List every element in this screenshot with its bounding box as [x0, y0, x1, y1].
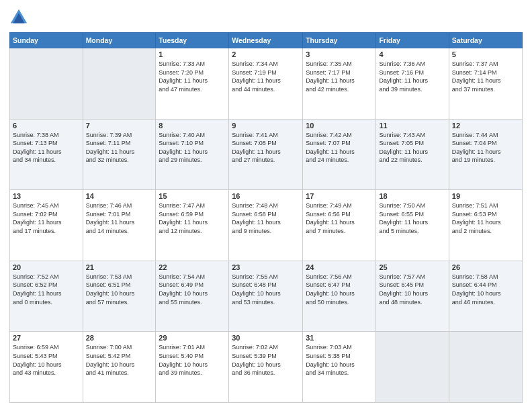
day-cell: 11Sunrise: 7:43 AM Sunset: 7:05 PM Dayli… [376, 119, 449, 190]
day-cell: 24Sunrise: 7:56 AM Sunset: 6:47 PM Dayli… [303, 261, 376, 332]
day-info: Sunrise: 7:54 AM Sunset: 6:49 PM Dayligh… [159, 273, 226, 306]
day-info: Sunrise: 7:44 AM Sunset: 7:04 PM Dayligh… [452, 131, 519, 165]
day-number: 16 [232, 192, 300, 200]
day-info: Sunrise: 7:03 AM Sunset: 5:38 PM Dayligh… [306, 343, 373, 377]
day-cell: 25Sunrise: 7:57 AM Sunset: 6:45 PM Dayli… [376, 261, 449, 332]
page: SundayMondayTuesdayWednesdayThursdayFrid… [0, 0, 532, 411]
day-cell: 15Sunrise: 7:47 AM Sunset: 6:59 PM Dayli… [156, 190, 229, 261]
day-cell: 27Sunrise: 6:59 AM Sunset: 5:43 PM Dayli… [10, 332, 83, 403]
day-cell [376, 332, 449, 403]
day-number: 29 [159, 334, 226, 342]
calendar-table: SundayMondayTuesdayWednesdayThursdayFrid… [9, 32, 523, 403]
day-cell: 13Sunrise: 7:45 AM Sunset: 7:02 PM Dayli… [10, 190, 83, 261]
day-cell: 7Sunrise: 7:39 AM Sunset: 7:11 PM Daylig… [83, 119, 156, 190]
day-info: Sunrise: 7:45 AM Sunset: 7:02 PM Dayligh… [13, 201, 80, 235]
day-number: 31 [306, 334, 373, 342]
day-info: Sunrise: 7:41 AM Sunset: 7:08 PM Dayligh… [232, 131, 300, 165]
day-number: 1 [159, 50, 226, 58]
day-cell [10, 48, 83, 120]
day-info: Sunrise: 7:51 AM Sunset: 6:53 PM Dayligh… [452, 201, 519, 235]
header-cell-sunday: Sunday [10, 33, 83, 48]
day-info: Sunrise: 7:33 AM Sunset: 7:20 PM Dayligh… [159, 60, 226, 93]
day-number: 10 [306, 122, 373, 130]
day-info: Sunrise: 6:59 AM Sunset: 5:43 PM Dayligh… [13, 343, 80, 377]
day-info: Sunrise: 7:47 AM Sunset: 6:59 PM Dayligh… [159, 201, 226, 235]
day-info: Sunrise: 7:36 AM Sunset: 7:16 PM Dayligh… [379, 60, 445, 93]
logo-icon [9, 8, 28, 27]
day-cell: 1Sunrise: 7:33 AM Sunset: 7:20 PM Daylig… [156, 48, 229, 120]
day-number: 23 [232, 263, 300, 271]
week-row-5: 27Sunrise: 6:59 AM Sunset: 5:43 PM Dayli… [10, 332, 523, 403]
day-info: Sunrise: 7:42 AM Sunset: 7:07 PM Dayligh… [306, 131, 373, 165]
day-number: 14 [86, 192, 153, 200]
calendar-body: 1Sunrise: 7:33 AM Sunset: 7:20 PM Daylig… [10, 48, 523, 403]
day-number: 19 [452, 192, 519, 200]
header-cell-thursday: Thursday [303, 33, 376, 48]
day-number: 4 [379, 50, 445, 58]
header-cell-wednesday: Wednesday [229, 33, 303, 48]
day-number: 2 [232, 50, 300, 58]
calendar-header: SundayMondayTuesdayWednesdayThursdayFrid… [10, 33, 523, 48]
day-cell: 4Sunrise: 7:36 AM Sunset: 7:16 PM Daylig… [376, 48, 449, 120]
day-info: Sunrise: 7:49 AM Sunset: 6:56 PM Dayligh… [306, 201, 373, 235]
header-cell-saturday: Saturday [449, 33, 522, 48]
day-number: 9 [232, 122, 300, 130]
day-number: 8 [159, 122, 226, 130]
day-cell: 19Sunrise: 7:51 AM Sunset: 6:53 PM Dayli… [449, 190, 522, 261]
day-number: 6 [13, 122, 80, 130]
day-info: Sunrise: 7:39 AM Sunset: 7:11 PM Dayligh… [86, 131, 153, 165]
day-cell: 16Sunrise: 7:48 AM Sunset: 6:58 PM Dayli… [229, 190, 303, 261]
day-cell [83, 48, 156, 120]
day-cell: 18Sunrise: 7:50 AM Sunset: 6:55 PM Dayli… [376, 190, 449, 261]
day-cell: 6Sunrise: 7:38 AM Sunset: 7:13 PM Daylig… [10, 119, 83, 190]
day-cell: 8Sunrise: 7:40 AM Sunset: 7:10 PM Daylig… [156, 119, 229, 190]
day-cell: 31Sunrise: 7:03 AM Sunset: 5:38 PM Dayli… [303, 332, 376, 403]
day-cell: 21Sunrise: 7:53 AM Sunset: 6:51 PM Dayli… [83, 261, 156, 332]
day-info: Sunrise: 7:56 AM Sunset: 6:47 PM Dayligh… [306, 273, 373, 306]
week-row-1: 1Sunrise: 7:33 AM Sunset: 7:20 PM Daylig… [10, 48, 523, 120]
day-info: Sunrise: 7:37 AM Sunset: 7:14 PM Dayligh… [452, 60, 519, 93]
day-number: 12 [452, 122, 519, 130]
day-cell: 14Sunrise: 7:46 AM Sunset: 7:01 PM Dayli… [83, 190, 156, 261]
day-cell: 2Sunrise: 7:34 AM Sunset: 7:19 PM Daylig… [229, 48, 303, 120]
header [9, 8, 523, 27]
day-cell: 3Sunrise: 7:35 AM Sunset: 7:17 PM Daylig… [303, 48, 376, 120]
day-info: Sunrise: 7:48 AM Sunset: 6:58 PM Dayligh… [232, 201, 300, 235]
header-row: SundayMondayTuesdayWednesdayThursdayFrid… [10, 33, 523, 48]
day-info: Sunrise: 7:00 AM Sunset: 5:42 PM Dayligh… [86, 343, 153, 377]
day-info: Sunrise: 7:46 AM Sunset: 7:01 PM Dayligh… [86, 201, 153, 235]
week-row-4: 20Sunrise: 7:52 AM Sunset: 6:52 PM Dayli… [10, 261, 523, 332]
day-number: 5 [452, 50, 519, 58]
day-cell: 23Sunrise: 7:55 AM Sunset: 6:48 PM Dayli… [229, 261, 303, 332]
day-number: 27 [13, 334, 80, 342]
day-number: 7 [86, 122, 153, 130]
day-info: Sunrise: 7:50 AM Sunset: 6:55 PM Dayligh… [379, 201, 445, 235]
day-cell [449, 332, 522, 403]
day-cell: 17Sunrise: 7:49 AM Sunset: 6:56 PM Dayli… [303, 190, 376, 261]
day-info: Sunrise: 7:55 AM Sunset: 6:48 PM Dayligh… [232, 273, 300, 306]
day-info: Sunrise: 7:40 AM Sunset: 7:10 PM Dayligh… [159, 131, 226, 165]
day-number: 24 [306, 263, 373, 271]
day-info: Sunrise: 7:02 AM Sunset: 5:39 PM Dayligh… [232, 343, 300, 377]
day-number: 26 [452, 263, 519, 271]
day-number: 28 [86, 334, 153, 342]
day-info: Sunrise: 7:34 AM Sunset: 7:19 PM Dayligh… [232, 60, 300, 93]
day-number: 20 [13, 263, 80, 271]
day-info: Sunrise: 7:52 AM Sunset: 6:52 PM Dayligh… [13, 273, 80, 306]
day-number: 30 [232, 334, 300, 342]
header-cell-monday: Monday [83, 33, 156, 48]
day-info: Sunrise: 7:35 AM Sunset: 7:17 PM Dayligh… [306, 60, 373, 93]
day-cell: 10Sunrise: 7:42 AM Sunset: 7:07 PM Dayli… [303, 119, 376, 190]
day-number: 13 [13, 192, 80, 200]
day-info: Sunrise: 7:38 AM Sunset: 7:13 PM Dayligh… [13, 131, 80, 165]
day-number: 21 [86, 263, 153, 271]
day-cell: 5Sunrise: 7:37 AM Sunset: 7:14 PM Daylig… [449, 48, 522, 120]
week-row-3: 13Sunrise: 7:45 AM Sunset: 7:02 PM Dayli… [10, 190, 523, 261]
day-number: 17 [306, 192, 373, 200]
day-info: Sunrise: 7:43 AM Sunset: 7:05 PM Dayligh… [379, 131, 445, 165]
day-cell: 29Sunrise: 7:01 AM Sunset: 5:40 PM Dayli… [156, 332, 229, 403]
day-cell: 26Sunrise: 7:58 AM Sunset: 6:44 PM Dayli… [449, 261, 522, 332]
day-info: Sunrise: 7:58 AM Sunset: 6:44 PM Dayligh… [452, 273, 519, 306]
day-number: 18 [379, 192, 445, 200]
day-info: Sunrise: 7:01 AM Sunset: 5:40 PM Dayligh… [159, 343, 226, 377]
